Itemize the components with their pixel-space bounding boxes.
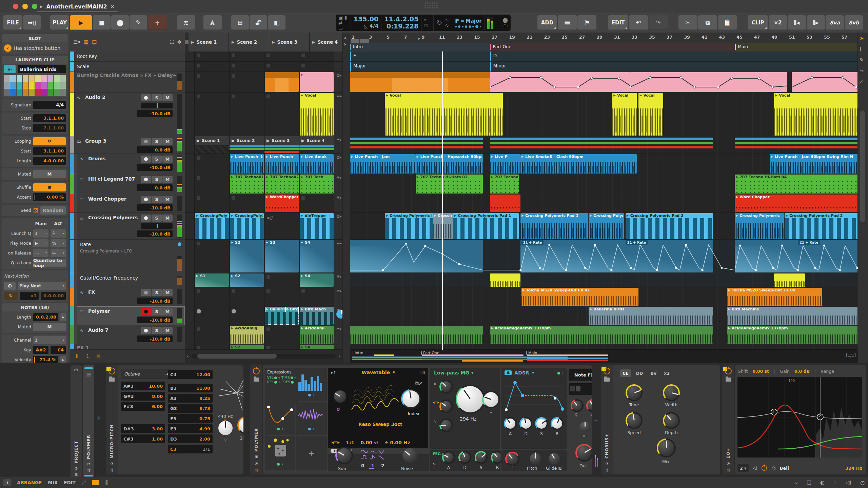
clip-slot[interactable]: ▶707 Techno02: [264, 174, 299, 194]
palette-more-icon[interactable]: ›: [65, 83, 66, 88]
arranger-clip[interactable]: Live-P▶: [490, 154, 520, 174]
arranger-vertical-scrollbar[interactable]: [860, 110, 865, 222]
micropitch-note-field[interactable]: D32.00: [168, 434, 213, 443]
launcher-clip[interactable]: ▶: [265, 72, 299, 92]
s-knob[interactable]: S: [535, 417, 548, 436]
sub-knob[interactable]: [335, 447, 353, 464]
audio-icon[interactable]: ◁): [846, 480, 851, 486]
r-knob[interactable]: R: [551, 417, 564, 436]
main-dropdown[interactable]: ⋯▾: [33, 249, 48, 257]
clip-attach-button[interactable]: 🖇: [250, 15, 267, 30]
automation-write-button[interactable]: ✎: [130, 15, 147, 30]
clip-play-icon[interactable]: ▶: [301, 326, 303, 330]
micropitch-mode-select[interactable]: Octave→: [121, 369, 171, 379]
clip-slot[interactable]: [264, 287, 299, 306]
row-list-icon[interactable]: ≣▸: [337, 196, 342, 200]
row-list-icon[interactable]: ≣▸: [337, 156, 342, 159]
mute-button[interactable]: M: [162, 156, 173, 163]
clip-play-icon[interactable]: ▶: [231, 241, 233, 244]
export-button[interactable]: ➡▯: [23, 15, 41, 30]
key-high[interactable]: C4: [51, 346, 66, 354]
clip-slot[interactable]: ▶Live-Punch-: [264, 154, 299, 174]
pan-slider[interactable]: [141, 223, 173, 229]
phase-random-icon[interactable]: ø: [337, 406, 340, 412]
clip-play-icon[interactable]: ▶: [301, 307, 303, 311]
s-knob[interactable]: S: [475, 451, 488, 470]
eq-gain-value[interactable]: 0.0 dB: [794, 369, 810, 374]
scene-header[interactable]: ▶Scene 1: [189, 33, 229, 52]
solo-button[interactable]: S: [152, 196, 162, 203]
arranger-track-lane[interactable]: 707 Techno Hi-Hats 01▶707 Techno Hi-Ha▶7…: [350, 174, 858, 194]
timeline-ruler[interactable]: 1357911131517192123252729313335373941434…: [350, 33, 858, 43]
arranger-track-lane[interactable]: Live-Punch - Jam▶Live-Punch - Hopscotch …: [350, 154, 858, 174]
chorus-mode-select[interactable]: CE DD Bv x2: [620, 369, 672, 377]
track-name[interactable]: Audio 2: [85, 95, 105, 100]
arranger-clip[interactable]: Crossing Polymeric Pad 1▶: [385, 213, 433, 239]
index-knob[interactable]: [401, 389, 421, 409]
repeat-count[interactable]: x1: [20, 292, 39, 300]
mod-audio-sidechain[interactable]: →: [296, 402, 327, 435]
launcher-clip[interactable]: ▶Ballerina Birds: [265, 307, 299, 325]
arranger-clip[interactable]: Vocal▶: [612, 93, 637, 136]
clip-stop-button[interactable]: [185, 194, 195, 212]
key-block[interactable]: F: [350, 52, 356, 61]
clear-icon[interactable]: ✕: [96, 353, 101, 359]
osc-ratio[interactable]: 1:1: [346, 440, 354, 445]
color-swatch[interactable]: [47, 89, 53, 96]
shift-left-button[interactable]: ⫴◂: [788, 15, 806, 30]
text-tool-icon[interactable]: I: [860, 46, 861, 52]
stop-button[interactable]: ■: [93, 15, 111, 30]
record-arm-button[interactable]: [141, 289, 151, 296]
launcher-clip[interactable]: ▶S4: [300, 273, 334, 287]
row-list-icon[interactable]: ≣▸: [337, 242, 342, 245]
arranger-clip[interactable]: [350, 326, 483, 344]
clip-play-icon[interactable]: ▶: [266, 307, 268, 311]
color-swatch[interactable]: [4, 75, 10, 82]
speed-knob[interactable]: Speed: [626, 412, 643, 435]
mod-steps[interactable]: →: [296, 368, 327, 401]
dice-icon[interactable]: ⚄: [33, 207, 38, 214]
arranger-clip[interactable]: Live-Punch - Jam 90bpm Swing Rim N▶: [770, 154, 862, 174]
minimap-marker[interactable]: Intro: [353, 351, 363, 355]
field-value[interactable]: 4/4: [33, 101, 66, 109]
scene-play-icon[interactable]: ▶: [197, 138, 200, 143]
copy-button[interactable]: ⧉: [698, 15, 717, 30]
color-swatch[interactable]: [29, 89, 35, 96]
clip-slot[interactable]: ▶dieTreppe: [299, 213, 334, 239]
clip-slot[interactable]: ▶S2: [230, 240, 264, 273]
cut-button[interactable]: ✂: [678, 15, 697, 30]
clip-slot[interactable]: [264, 52, 299, 61]
arranger-track-lane[interactable]: [350, 136, 858, 154]
device-micropitch[interactable]: MICRO-PITCH ◔⇶ Octave→ A#310.00G#38.00F#…: [106, 365, 243, 474]
arranger-track-lane[interactable]: Ballerina Birds▶Bird Machine▶: [350, 306, 858, 325]
scene-play-icon[interactable]: ▶: [301, 138, 304, 143]
mod-expressions[interactable]: Expressions VEL→ TIMB→ REL→ PRES→: [265, 368, 299, 404]
info-icon[interactable]: i: [3, 479, 11, 486]
clip-slot[interactable]: ▶Vocal: [299, 93, 334, 136]
clip-slot[interactable]: [195, 154, 230, 174]
loop-cell[interactable]: ↻ ∿∿: [434, 15, 452, 31]
bell-shape-icon[interactable]: ◇: [772, 465, 776, 471]
record-arm-button[interactable]: [141, 94, 151, 101]
clip-slot[interactable]: [230, 93, 264, 136]
stop-all-clips-column[interactable]: [185, 33, 189, 52]
mod-dice[interactable]: →: [265, 436, 295, 470]
key-signature-lane[interactable]: FD: [350, 52, 858, 62]
eq-node-1[interactable]: 1: [772, 409, 774, 413]
color-swatch[interactable]: [17, 89, 22, 96]
scene-play-icon[interactable]: ▶: [312, 40, 315, 44]
layered-editing-button[interactable]: ≋: [177, 15, 195, 30]
rows-view-icon[interactable]: ▤: [92, 39, 97, 45]
color-swatch[interactable]: [10, 89, 16, 96]
clip-slot[interactable]: [264, 62, 299, 72]
track-header[interactable]: 🗀Group 3SM0.0 dB: [70, 136, 185, 154]
clip-slot[interactable]: ▶WordChopper: [264, 194, 299, 212]
clip-slot[interactable]: [195, 194, 230, 212]
launcher-clip[interactable]: ▶CrossingPoly1: [195, 213, 229, 239]
eq-band-count[interactable]: 2 ▾: [737, 464, 749, 472]
clip-slot[interactable]: [195, 52, 230, 61]
chorus-mix-knob[interactable]: [657, 439, 676, 458]
listen-icon[interactable]: ◁: [753, 465, 757, 471]
clip-slot[interactable]: ▶: [299, 72, 334, 92]
record-arm-button[interactable]: [141, 138, 151, 145]
